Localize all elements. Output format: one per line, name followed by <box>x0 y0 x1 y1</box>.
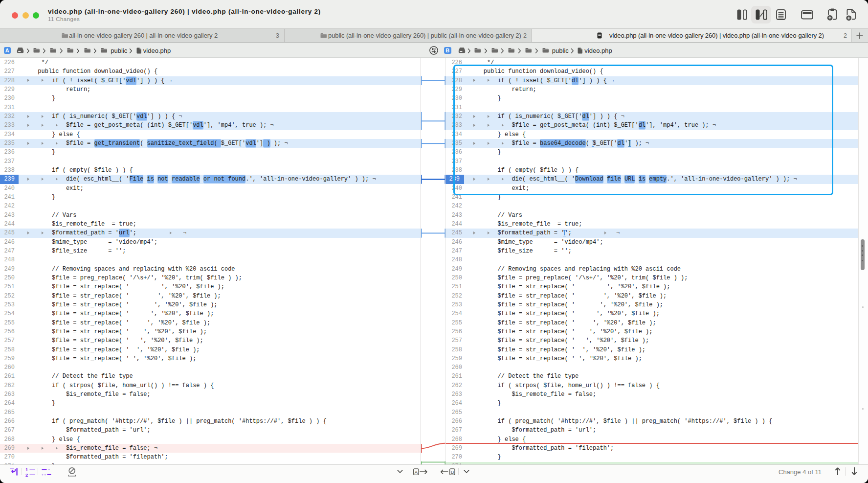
svg-text:A: A <box>415 469 418 474</box>
svg-text:1: 1 <box>25 467 28 472</box>
svg-text:2: 2 <box>25 472 28 478</box>
svg-text:B: B <box>451 469 454 474</box>
